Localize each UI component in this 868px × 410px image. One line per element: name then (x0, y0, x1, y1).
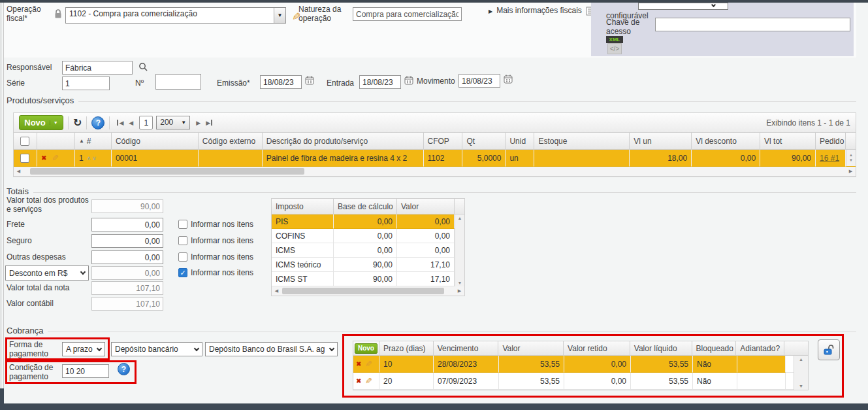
unlock-parcelas-button[interactable] (818, 339, 840, 360)
xml-file-icon[interactable]: XML </> (606, 36, 623, 54)
col-bloqueado[interactable]: Bloqueado (692, 341, 737, 356)
dropdown-arrow-icon[interactable]: ▼ (274, 8, 285, 23)
conta-bancaria-select[interactable]: Depósito Banco do Brasil S.A. ag (205, 342, 338, 356)
imposto-row[interactable]: ICMS 0,00 0,00 (272, 243, 464, 258)
help-icon[interactable]: ? (118, 363, 130, 375)
seguro-informar-checkbox[interactable] (178, 236, 187, 245)
col-unid[interactable]: Unid (506, 133, 534, 150)
col-imposto[interactable]: Imposto (272, 199, 334, 214)
movimento-input[interactable] (458, 74, 500, 88)
condicao-pagamento-input[interactable] (62, 364, 109, 378)
scroll-down-icon[interactable]: ▼ (799, 384, 803, 388)
col-pedido[interactable]: Pedido d (816, 133, 846, 150)
left-splitter[interactable] (1, 3, 1, 401)
numero-input[interactable] (155, 74, 201, 90)
move-down-icon[interactable]: ∨ (92, 155, 98, 162)
responsavel-input[interactable] (62, 61, 133, 75)
outras-despesas-input[interactable] (91, 250, 163, 264)
imposto-row[interactable]: PIS 0,00 0,00 (272, 214, 464, 229)
delete-row-icon[interactable]: ✖ (41, 154, 46, 162)
scroll-down-icon[interactable]: ▼ (849, 158, 853, 163)
calendar-icon[interactable] (504, 74, 513, 84)
frete-informar-checkbox[interactable] (178, 220, 187, 229)
col-vl-tot[interactable]: Vl tot (760, 133, 816, 150)
col-valor-liquido[interactable]: Valor líquido (630, 341, 692, 356)
edit-row-icon[interactable]: ✎ (365, 376, 372, 386)
select-all-checkbox[interactable] (20, 137, 29, 146)
next-page-icon[interactable]: ▶ (193, 120, 203, 126)
page-size-select[interactable]: 200 ▼ (156, 116, 190, 129)
col-prazo[interactable]: Prazo (dias) (379, 341, 434, 356)
col-codigo-externo[interactable]: Código externo (199, 133, 263, 150)
novo-produto-button[interactable]: Novo ▼ (19, 115, 63, 130)
edit-row-icon[interactable]: ✎ (365, 359, 372, 369)
entrada-input[interactable] (359, 75, 401, 89)
row-checkbox[interactable] (20, 154, 29, 163)
hscroll-thumb[interactable] (30, 168, 304, 175)
col-vl-desconto[interactable]: Vl desconto (692, 133, 760, 150)
delete-row-icon[interactable]: ✖ (356, 377, 361, 384)
col-base[interactable]: Base de cálculo (334, 199, 397, 214)
scroll-right-icon[interactable]: ▶ (846, 169, 856, 174)
imposto-row[interactable]: ICMS ST 90,00 17,10 (272, 272, 464, 286)
help-icon[interactable]: ? (91, 116, 104, 129)
impostos-hscrollbar[interactable]: ◀ ▶ (272, 286, 464, 296)
produto-row[interactable]: ✖ ✎ 1 ∧∨ 00001 Painel de fibra de madeir… (14, 150, 856, 167)
pedido-link[interactable]: 16 #1 (820, 154, 839, 163)
parcela-row[interactable]: ✖ ✎ 10 28/08/2023 53,55 0,00 53,55 Não (353, 356, 808, 373)
col-codigo[interactable]: Código (112, 133, 199, 150)
row-vscrollbar[interactable]: ▲ ▼ (846, 150, 856, 167)
novo-parcela-button[interactable]: Novo (355, 343, 378, 354)
configuravel-select[interactable] (638, 3, 728, 10)
col-descricao[interactable]: Descrição do produto/serviço (263, 133, 424, 150)
scroll-up-icon[interactable]: ▲ (799, 357, 803, 362)
desconto-tipo-select[interactable]: Desconto em R$ (5, 265, 89, 281)
imposto-row[interactable]: COFINS 0,00 0,00 (272, 229, 464, 243)
parcela-row[interactable]: ✖ ✎ 20 07/09/2023 53,55 0,00 53,55 Não (353, 373, 808, 390)
scroll-down-icon[interactable]: ▼ (458, 281, 462, 285)
page-number-input[interactable] (139, 116, 153, 129)
scroll-left-icon[interactable]: ◀ (14, 169, 24, 174)
scroll-right-icon[interactable]: ▶ (455, 288, 464, 294)
calendar-icon[interactable] (404, 75, 413, 86)
outras-informar-checkbox[interactable] (178, 252, 187, 262)
col-valor[interactable]: Valor (397, 199, 455, 214)
scroll-up-icon[interactable]: ▲ (849, 153, 853, 158)
serie-input[interactable] (62, 77, 110, 90)
produtos-hscrollbar[interactable]: ◀ ▶ (14, 167, 856, 177)
deposito-select[interactable]: Depósito bancário (111, 342, 202, 356)
natureza-operacao-input[interactable] (353, 7, 462, 21)
col-num[interactable]: # (87, 137, 91, 146)
col-vencimento[interactable]: Vencimento (434, 341, 499, 356)
calendar-icon[interactable] (305, 75, 314, 86)
mais-informacoes-toggle[interactable]: ▶ Mais informações fiscais (489, 7, 594, 16)
col-cfop[interactable]: CFOP (424, 133, 463, 150)
scroll-left-icon[interactable]: ◀ (272, 288, 281, 294)
desconto-informar-checkbox[interactable] (178, 268, 187, 277)
refresh-icon[interactable]: ↻ (73, 116, 82, 129)
col-vl-un[interactable]: Vl un (630, 133, 692, 150)
sort-asc-icon[interactable]: ▲ (79, 138, 84, 144)
hscroll-thumb[interactable] (282, 288, 444, 294)
imposto-row[interactable]: ICMS teórico 90,00 17,10 (272, 258, 464, 272)
first-page-icon[interactable]: ◀ (114, 120, 126, 126)
forma-pagamento-select[interactable]: A prazo (62, 342, 105, 356)
move-up-icon[interactable]: ∧ (87, 155, 93, 162)
edit-row-icon[interactable]: ✎ (52, 153, 59, 163)
col-valor-retido[interactable]: Valor retido (564, 341, 630, 356)
chave-acesso-input[interactable] (655, 18, 850, 31)
col-valor[interactable]: Valor (498, 341, 564, 356)
operacao-fiscal-select[interactable]: 1102 - Compra para comercialização ▼ (65, 7, 286, 24)
frete-input[interactable] (91, 218, 163, 231)
seguro-input[interactable] (91, 234, 163, 248)
scroll-up-icon[interactable]: ▲ (458, 216, 462, 220)
search-icon[interactable] (138, 62, 148, 72)
last-page-icon[interactable]: ▶ (203, 120, 215, 126)
impostos-vscrollbar[interactable]: ▲ ▼ (455, 214, 464, 286)
col-estoque[interactable]: Estoque (534, 133, 630, 150)
emissao-input[interactable] (260, 75, 302, 89)
col-adiantado[interactable]: Adiantado? (736, 341, 784, 356)
prev-page-icon[interactable]: ◀ (126, 120, 136, 126)
parcelas-vscrollbar[interactable]: ▲ ▼ (794, 356, 808, 390)
delete-row-icon[interactable]: ✖ (356, 360, 361, 367)
